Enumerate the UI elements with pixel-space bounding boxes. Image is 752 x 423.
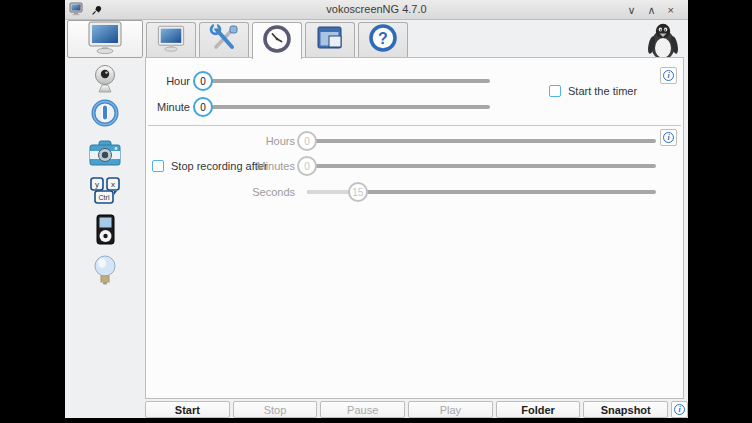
hour-label: Hour xyxy=(146,75,190,87)
sidebar-item-shortcuts[interactable]: y x Ctrl xyxy=(67,174,143,212)
hour-slider[interactable]: 0 xyxy=(193,71,490,91)
start-timer-checkbox[interactable]: Start the timer xyxy=(549,85,637,97)
svg-text:y: y xyxy=(95,180,99,189)
hours-slider-groove[interactable] xyxy=(307,139,656,143)
checkbox-label: Start the timer xyxy=(568,85,637,97)
window-body: y x Ctrl xyxy=(65,20,688,418)
hours-slider[interactable]: 0 xyxy=(297,131,656,151)
stop-button[interactable]: Stop xyxy=(233,401,318,418)
tab-timer[interactable] xyxy=(252,22,302,59)
sidebar: y x Ctrl xyxy=(65,20,145,418)
svg-text:x: x xyxy=(111,180,115,189)
minutes-slider[interactable]: 0 xyxy=(297,156,656,176)
help-icon: ? xyxy=(368,23,398,57)
minutes-slider-groove[interactable] xyxy=(307,164,656,168)
minutes-label: Minutes xyxy=(206,160,295,172)
hours-label: Hours xyxy=(206,135,295,147)
timer-clock-icon xyxy=(262,24,292,58)
power-icon xyxy=(89,97,121,133)
window-title: vokoscreenNG 4.7.0 xyxy=(65,3,688,15)
timer-info-button[interactable]: i xyxy=(660,67,677,84)
info-icon: i xyxy=(663,70,674,81)
vokoscreen-window: vokoscreenNG 4.7.0 ∨ ∧ × xyxy=(65,0,688,418)
seconds-slider[interactable]: 15 xyxy=(297,182,656,202)
group-divider xyxy=(148,125,681,126)
sidebar-item-camera[interactable] xyxy=(67,137,143,175)
snapshot-button[interactable]: Snapshot xyxy=(583,401,668,418)
hour-slider-groove[interactable] xyxy=(203,79,490,83)
shade-button[interactable]: ∨ xyxy=(627,1,635,19)
sidebar-item-webcam[interactable] xyxy=(67,62,143,100)
screen-tab-icon xyxy=(156,25,186,56)
minute-slider-groove[interactable] xyxy=(203,105,490,109)
minutes-slider-handle[interactable]: 0 xyxy=(297,156,317,176)
camera-icon xyxy=(88,140,122,172)
lightbulb-icon xyxy=(91,254,119,290)
windows-icon xyxy=(316,25,344,55)
seconds-slider-handle[interactable]: 15 xyxy=(348,182,368,202)
sidebar-item-systray[interactable] xyxy=(67,96,143,134)
stop-recording-info-button[interactable]: i xyxy=(660,129,677,146)
seconds-label: Seconds xyxy=(206,186,295,198)
tab-settings[interactable] xyxy=(199,22,249,57)
media-player-icon xyxy=(92,214,118,250)
main-area: ? Hour 0 Minute 0 xyxy=(145,20,688,418)
maximize-button[interactable]: ∧ xyxy=(648,1,656,19)
titlebar[interactable]: vokoscreenNG 4.7.0 ∨ ∧ × xyxy=(65,0,688,20)
timer-tab-page: Hour 0 Minute 0 Start the timer xyxy=(145,57,684,399)
pause-button[interactable]: Pause xyxy=(320,401,405,418)
sidebar-item-screen[interactable] xyxy=(67,20,143,58)
svg-text:Ctrl: Ctrl xyxy=(99,194,110,201)
info-icon: i xyxy=(663,132,674,143)
info-icon: i xyxy=(674,404,685,415)
minute-slider-handle[interactable]: 0 xyxy=(193,97,213,117)
start-button[interactable]: Start xyxy=(145,401,230,418)
footer-info-button[interactable]: i xyxy=(671,401,688,418)
monitor-icon xyxy=(86,21,124,58)
sidebar-item-player[interactable] xyxy=(67,213,143,251)
sidebar-item-help[interactable] xyxy=(67,253,143,291)
tab-help[interactable]: ? xyxy=(358,22,408,57)
tools-icon xyxy=(209,24,239,56)
tab-screen[interactable] xyxy=(146,22,196,57)
folder-button[interactable]: Folder xyxy=(496,401,581,418)
checkbox-box[interactable] xyxy=(152,160,164,172)
close-button[interactable]: × xyxy=(668,1,674,19)
minute-slider[interactable]: 0 xyxy=(193,97,490,117)
tab-windows[interactable] xyxy=(305,22,355,57)
hours-slider-handle[interactable]: 0 xyxy=(297,131,317,151)
footer-toolbar: Start Stop Pause Play Folder Snapshot i xyxy=(145,401,688,418)
minute-label: Minute xyxy=(146,101,190,113)
keyboard-shortcuts-icon: y x Ctrl xyxy=(88,176,122,210)
screenshot-stage: vokoscreenNG 4.7.0 ∨ ∧ × xyxy=(0,0,752,423)
webcam-icon xyxy=(90,64,120,98)
svg-text:?: ? xyxy=(378,30,388,47)
play-button[interactable]: Play xyxy=(408,401,493,418)
checkbox-box[interactable] xyxy=(549,85,561,97)
hour-slider-handle[interactable]: 0 xyxy=(193,71,213,91)
